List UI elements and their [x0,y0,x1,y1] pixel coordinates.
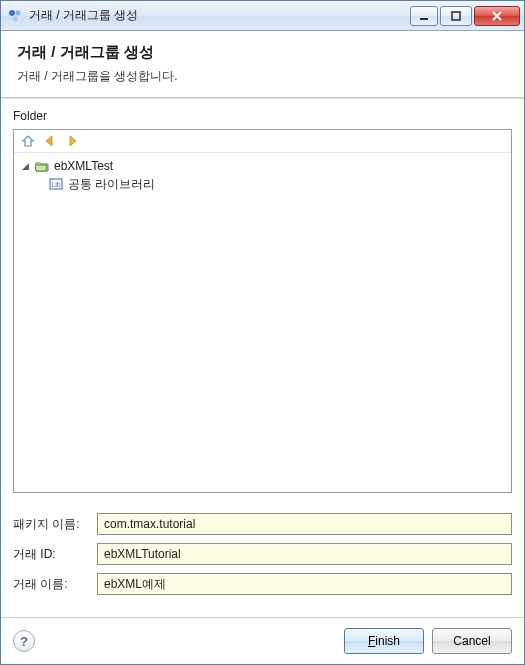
svg-rect-4 [452,12,460,20]
close-button[interactable] [474,6,520,26]
transaction-name-field[interactable] [97,573,512,595]
folder-toolbar [14,130,511,153]
dialog-header: 거래 / 거래그룹 생성 거래 / 거래그룹을 생성합니다. [1,31,524,97]
tree-node-child[interactable]: Lib 공통 라이브러리 [20,175,505,193]
content-area: Folder ◢ [1,99,524,617]
finish-button[interactable]: Finish [344,628,424,654]
page-subtitle: 거래 / 거래그룹을 생성합니다. [17,68,508,85]
svg-point-1 [16,10,21,15]
help-icon[interactable]: ? [13,630,35,652]
svg-point-2 [13,16,18,21]
package-name-label: 패키지 이름: [13,516,93,533]
package-name-field[interactable] [97,513,512,535]
expander-icon[interactable]: ◢ [20,161,30,171]
finish-button-label-rest: inish [375,634,400,648]
lib-icon: Lib [48,176,64,192]
arrow-right-icon[interactable] [64,133,80,149]
arrow-left-icon[interactable] [42,133,58,149]
transaction-name-label: 거래 이름: [13,576,93,593]
app-icon [7,8,23,24]
transaction-id-label: 거래 ID: [13,546,93,563]
folder-tree[interactable]: ◢ ebXMLTest Lib [14,153,511,492]
minimize-button[interactable] [410,6,438,26]
window-title: 거래 / 거래그룹 생성 [29,7,410,24]
window-controls [410,6,520,26]
folder-panel: ◢ ebXMLTest Lib [13,129,512,493]
folder-label: Folder [13,109,512,123]
maximize-button[interactable] [440,6,472,26]
svg-rect-3 [420,18,428,20]
svg-text:Lib: Lib [51,181,60,188]
dialog-window: 거래 / 거래그룹 생성 거래 / 거래그룹 생성 거래 / 거래그룹을 생성합… [0,0,525,665]
svg-point-0 [9,10,15,16]
dialog-footer: ? Finish Cancel [1,617,524,664]
tree-node-label: ebXMLTest [54,159,113,173]
page-title: 거래 / 거래그룹 생성 [17,43,508,62]
tree-node-root[interactable]: ◢ ebXMLTest [20,157,505,175]
home-icon[interactable] [20,133,36,149]
form-grid: 패키지 이름: 거래 ID: 거래 이름: [13,513,512,595]
folder-open-icon [34,158,50,174]
tree-node-label: 공통 라이브러리 [68,176,155,193]
transaction-id-field[interactable] [97,543,512,565]
titlebar: 거래 / 거래그룹 생성 [1,1,524,31]
cancel-button[interactable]: Cancel [432,628,512,654]
